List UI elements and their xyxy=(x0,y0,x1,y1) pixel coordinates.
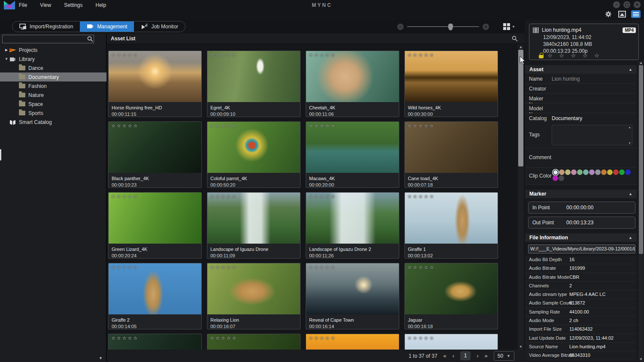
clip-color-swatch[interactable] xyxy=(553,175,558,181)
rating-stars[interactable]: ☆☆☆☆☆ xyxy=(309,335,336,341)
scroll-up-icon[interactable]: ▲ xyxy=(518,45,524,49)
sidebar-item-fashion[interactable]: Fashion xyxy=(0,81,106,90)
clip-color-swatch[interactable] xyxy=(613,169,619,175)
settings-gear-button[interactable] xyxy=(604,10,613,18)
field-value[interactable]: Lion hunting xyxy=(552,74,580,83)
asset-tile[interactable]: ☆☆☆☆☆Relaxing Lion00:00:16:07 xyxy=(207,263,301,329)
rating-stars[interactable]: ☆☆☆☆☆ xyxy=(210,194,237,199)
list-pane-button[interactable] xyxy=(631,10,641,18)
asset-tile[interactable]: ☆☆☆☆☆Landscape of Iguazu Drone00:00:11;0… xyxy=(207,192,301,259)
clip-color-swatch[interactable] xyxy=(559,175,564,181)
scroll-down-icon[interactable]: ▼ xyxy=(638,357,644,361)
rating-stars[interactable]: ☆☆☆☆☆ xyxy=(210,335,237,341)
rating-stars[interactable]: ☆☆☆☆☆ xyxy=(210,265,237,270)
rating-stars[interactable]: ☆☆☆☆☆ xyxy=(111,52,139,58)
rating-stars[interactable]: ☆☆☆☆☆ xyxy=(309,265,336,270)
scrollbar-thumb[interactable] xyxy=(518,50,523,166)
rating-stars[interactable]: ☆☆☆☆☆ xyxy=(407,194,435,199)
scroll-down-icon[interactable]: ▼ xyxy=(628,142,631,145)
sidebar-item-documentary[interactable]: Documentary xyxy=(0,72,106,81)
file-rating-stars[interactable]: ☆ ☆ ☆ ☆ ☆ xyxy=(547,52,602,59)
sidebar-item-nature[interactable]: Nature xyxy=(0,90,106,100)
asset-tile[interactable]: ☆☆☆☆☆Black panther_4K00:00:10:23 xyxy=(108,121,202,188)
scroll-up-icon[interactable]: ▲ xyxy=(628,126,631,129)
clip-color-swatch[interactable] xyxy=(559,169,565,175)
first-page-button[interactable]: « xyxy=(444,353,447,359)
asset-tile[interactable]: ☆☆☆☆☆Cane toad_4K00:00:07:18 xyxy=(404,121,498,188)
asset-tile[interactable]: ☆☆☆☆☆Egret_4K00:00:09:10 xyxy=(207,51,301,117)
current-page-box[interactable]: 1 xyxy=(460,351,471,360)
clip-color-swatch[interactable] xyxy=(625,169,631,175)
clip-color-swatch[interactable] xyxy=(595,169,601,175)
sidebar-scroll-down-icon[interactable]: ▼ xyxy=(99,356,103,360)
rating-stars[interactable]: ☆☆☆☆☆ xyxy=(407,265,435,270)
asset-tile[interactable]: ☆☆☆☆☆Wild horses_4K00:00:30:00 xyxy=(404,51,498,117)
asset-tile[interactable]: ☆☆☆☆☆Landscape of Iguazu Drone 200:00:11… xyxy=(306,192,399,259)
clip-color-swatch[interactable] xyxy=(553,170,558,175)
rating-stars[interactable]: ☆☆☆☆☆ xyxy=(309,52,336,58)
preview-pane-button[interactable] xyxy=(617,10,627,18)
rating-stars[interactable]: ☆☆☆☆☆ xyxy=(111,194,139,199)
rating-stars[interactable]: ☆☆☆☆☆ xyxy=(407,52,435,58)
expander-down-icon[interactable]: ▼ xyxy=(3,57,9,61)
file-path-field[interactable]: W:/!___E_Videos/Mync/Library/2023-09-12/… xyxy=(528,244,635,253)
prev-page-button[interactable]: ‹ xyxy=(453,353,454,359)
last-page-button[interactable]: » xyxy=(484,353,487,359)
sidebar-item-dance[interactable]: Dance xyxy=(0,63,106,72)
tab-import-registration[interactable]: Import/Registration xyxy=(12,21,80,32)
rating-stars[interactable]: ☆☆☆☆☆ xyxy=(309,123,336,129)
rating-stars[interactable]: ☆☆☆☆☆ xyxy=(407,123,435,129)
sidebar-search-input[interactable] xyxy=(2,35,94,43)
rating-stars[interactable]: ☆☆☆☆☆ xyxy=(111,265,139,270)
clip-color-swatch[interactable] xyxy=(571,169,577,175)
rating-stars[interactable]: ☆☆☆☆☆ xyxy=(309,194,336,199)
asset-tile[interactable]: ☆☆☆☆☆Coloful parrot_4K00:00:50:20 xyxy=(207,121,301,188)
tab-job-monitor[interactable]: Job Monitor xyxy=(134,21,185,32)
file-info-section-header[interactable]: File Information ▲ xyxy=(525,233,637,242)
asset-tile[interactable]: ☆☆☆☆☆Green Lizard_4K00:00:20:24 xyxy=(108,192,202,259)
zoom-slider-thumb[interactable] xyxy=(448,24,453,30)
clip-color-swatch[interactable] xyxy=(619,169,625,175)
asset-grid-scrollbar[interactable]: ▲ ▼ xyxy=(518,45,524,362)
sidebar-item-smart-catalog[interactable]: Smart Catalog xyxy=(0,118,106,127)
lock-icon[interactable] xyxy=(539,55,544,58)
in-point-field[interactable]: In Point 00:00:00:00 xyxy=(528,202,635,214)
sidebar-item-sports[interactable]: Sports xyxy=(0,109,106,118)
clip-color-swatch[interactable] xyxy=(601,169,607,175)
clip-color-swatch[interactable] xyxy=(607,169,613,175)
collapse-icon[interactable]: ▲ xyxy=(629,67,632,72)
comment-input[interactable] xyxy=(552,148,637,167)
scroll-up-icon[interactable]: ▲ xyxy=(638,61,644,65)
out-point-field[interactable]: Out Point 00:00:13:23 xyxy=(528,217,635,229)
asset-tile[interactable]: ☆☆☆☆☆Reveal of Cape Town00:00:16:14 xyxy=(306,263,399,329)
clip-color-swatch[interactable] xyxy=(589,169,595,175)
asset-tile[interactable]: ☆☆☆☆☆Giraffe 200:00:14:05 xyxy=(108,263,202,329)
asset-tile[interactable]: ☆☆☆☆☆Horse Running free_HD00:00:11:15 xyxy=(108,51,202,117)
expander-right-icon[interactable]: ▶ xyxy=(3,48,9,52)
collapse-icon[interactable]: ▲ xyxy=(629,235,632,240)
rating-stars[interactable]: ☆☆☆☆☆ xyxy=(210,52,237,58)
asset-tile[interactable]: ☆☆☆☆☆Cheetah_4K00:00:11:06 xyxy=(306,51,399,117)
close-button[interactable]: ✕ xyxy=(634,1,641,8)
rating-stars[interactable]: ☆☆☆☆☆ xyxy=(111,123,139,129)
page-size-select[interactable]: 50 ▼ xyxy=(494,351,514,361)
maximize-button[interactable]: ▢ xyxy=(623,1,630,8)
marker-section-header[interactable]: Marker ▲ xyxy=(525,190,637,198)
zoom-in-button[interactable]: + xyxy=(483,24,489,30)
tab-management[interactable]: Management xyxy=(80,21,134,32)
tags-input[interactable]: ▲ ▼ xyxy=(552,125,632,145)
sidebar-item-library[interactable]: ▼Library xyxy=(0,54,106,63)
rating-stars[interactable]: ☆☆☆☆☆ xyxy=(111,335,139,341)
panel-collapse-handle[interactable] xyxy=(0,149,1,160)
scroll-down-icon[interactable]: ▼ xyxy=(518,345,524,349)
sidebar-item-projects[interactable]: ▶Projects xyxy=(0,45,106,54)
search-icon[interactable] xyxy=(512,36,518,42)
rating-stars[interactable]: ☆☆☆☆☆ xyxy=(210,123,237,129)
scrollbar-thumb[interactable] xyxy=(639,65,643,254)
clip-color-swatch[interactable] xyxy=(577,169,583,175)
asset-section-header[interactable]: Asset ▲ xyxy=(525,65,637,74)
zoom-out-button[interactable]: – xyxy=(397,24,404,30)
asset-tile[interactable]: ☆☆☆☆☆Macaws_4K00:00:20:00 xyxy=(306,121,399,188)
sidebar-item-space[interactable]: Space xyxy=(0,100,106,109)
next-page-button[interactable]: › xyxy=(477,353,478,359)
